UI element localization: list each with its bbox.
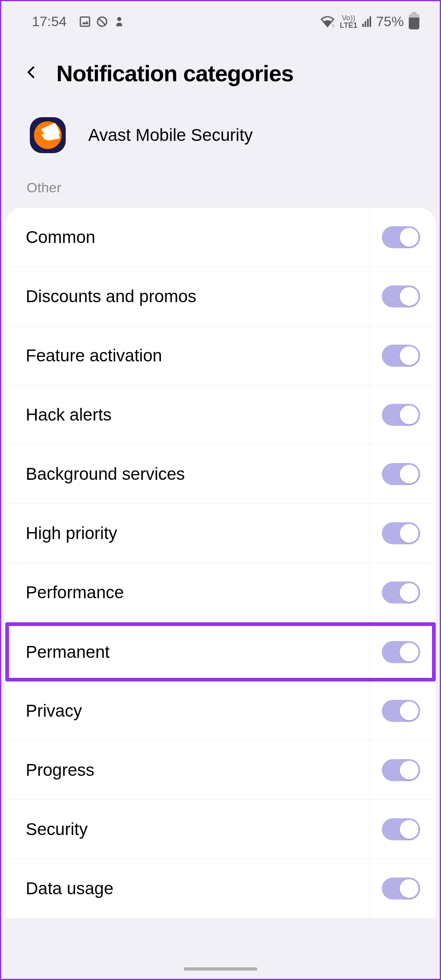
lte-top: Vo)) (340, 14, 357, 22)
picture-icon (79, 16, 91, 28)
signal-icon (362, 16, 371, 27)
list-item-background-services[interactable]: Background services (5, 445, 436, 504)
toggle-switch[interactable] (382, 641, 420, 663)
toggle-wrap (369, 741, 420, 800)
back-icon[interactable] (24, 62, 40, 85)
toggle-switch[interactable] (382, 226, 420, 248)
svg-line-3 (99, 18, 105, 24)
header: Notification categories (1, 38, 440, 99)
wifi-icon: ↕ (320, 16, 335, 28)
status-time: 17:54 (32, 13, 67, 29)
toggle-switch[interactable] (382, 878, 420, 900)
toggle-wrap (369, 385, 420, 444)
toggle-wrap (369, 626, 420, 678)
list-item-performance[interactable]: Performance (5, 563, 436, 622)
item-label: High priority (26, 523, 117, 543)
toggle-wrap (369, 800, 420, 859)
item-label: Common (26, 227, 95, 247)
page-title: Notification categories (56, 60, 294, 87)
svg-text:↕: ↕ (332, 22, 335, 28)
battery-icon (409, 14, 419, 29)
app-icon (30, 117, 66, 153)
item-label: Privacy (26, 701, 82, 721)
status-left: 17:54 (32, 13, 125, 29)
item-label: Hack alerts (26, 405, 111, 425)
toggle-wrap (369, 445, 420, 503)
toggle-switch[interactable] (382, 700, 420, 722)
toggle-wrap (369, 326, 420, 385)
notification-list: Common Discounts and promos Feature acti… (5, 208, 436, 918)
list-item-hack-alerts[interactable]: Hack alerts (5, 385, 436, 445)
list-item-discounts[interactable]: Discounts and promos (5, 267, 436, 326)
svg-marker-1 (82, 20, 89, 24)
section-header: Other (1, 176, 440, 208)
list-item-permanent[interactable]: Permanent (5, 622, 436, 682)
toggle-switch[interactable] (382, 522, 420, 544)
list-item-high-priority[interactable]: High priority (5, 504, 436, 563)
toggle-wrap (369, 267, 420, 326)
list-item-common[interactable]: Common (5, 208, 436, 267)
app-row[interactable]: Avast Mobile Security (1, 99, 440, 176)
list-item-data-usage[interactable]: Data usage (5, 859, 436, 918)
app-name: Avast Mobile Security (88, 125, 253, 145)
svg-rect-0 (80, 17, 90, 26)
do-not-disturb-icon (96, 16, 108, 28)
toggle-wrap (369, 504, 420, 563)
lte-indicator: Vo)) LTE1 (340, 14, 357, 29)
status-bar: 17:54 ↕ Vo)) LTE1 75% (1, 1, 440, 38)
svg-point-4 (117, 17, 121, 21)
list-item-privacy[interactable]: Privacy (5, 682, 436, 741)
toggle-wrap (369, 859, 420, 918)
status-indicator-icons (79, 16, 125, 28)
item-label: Feature activation (26, 346, 162, 365)
list-item-security[interactable]: Security (5, 800, 436, 859)
toggle-switch[interactable] (382, 759, 420, 781)
status-right: ↕ Vo)) LTE1 75% (320, 13, 419, 29)
nav-indicator[interactable] (184, 967, 257, 971)
toggle-wrap (369, 682, 420, 740)
item-label: Data usage (26, 879, 114, 898)
toggle-switch[interactable] (382, 404, 420, 426)
toggle-switch[interactable] (382, 818, 420, 840)
battery-percent: 75% (376, 13, 404, 29)
list-item-progress[interactable]: Progress (5, 741, 436, 800)
item-label: Progress (26, 760, 94, 780)
item-label: Discounts and promos (26, 287, 196, 306)
toggle-switch[interactable] (382, 345, 420, 367)
toggle-switch[interactable] (382, 463, 420, 485)
item-label: Permanent (26, 642, 109, 662)
item-label: Performance (26, 583, 124, 602)
item-label: Background services (26, 464, 185, 484)
toggle-switch[interactable] (382, 285, 420, 307)
highlighted-item: Permanent (5, 622, 436, 682)
item-label: Security (26, 820, 88, 839)
toggle-switch[interactable] (382, 581, 420, 604)
toggle-wrap (369, 208, 420, 267)
toggle-wrap (369, 563, 420, 622)
lte-bottom: LTE1 (340, 22, 357, 29)
person-icon (113, 16, 125, 28)
list-item-feature-activation[interactable]: Feature activation (5, 326, 436, 385)
